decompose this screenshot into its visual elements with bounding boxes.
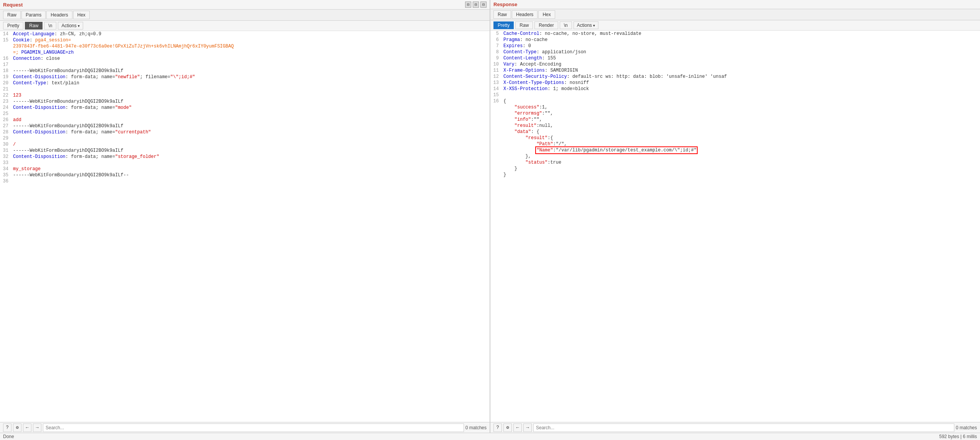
help-icon-right[interactable]: ? [493,424,502,432]
table-row: "errormsg":"", [490,110,980,117]
tab-raw-right[interactable]: Raw [493,10,511,19]
table-row: 15 Cookie: pga4_session= [0,37,490,43]
status-left: Done [3,434,14,439]
table-row: } [490,166,980,172]
btn-ln-right[interactable]: \n [560,21,572,29]
table-row: 13 X-Content-Type-Options: nosniff [490,80,980,86]
table-row: } [490,172,980,178]
tab-hex-left[interactable]: Hex [73,11,90,19]
tab-params[interactable]: Params [21,11,46,19]
win-btn-2[interactable]: ⊟ [473,2,479,8]
win-btn-3[interactable]: ⊟ [480,2,487,8]
btn-actions-left[interactable]: Actions ▾ [58,22,83,30]
request-pane: Request ⊟ ⊟ ⊟ Raw Params Headers Hex Pre… [0,0,490,433]
table-row: 11 X-Frame-Options: SAMEORIGIN [490,67,980,74]
status-right: 592 bytes | 6 millis [939,434,977,439]
table-row: 14 Accept-Language: zh-CN, zh;q=0.9 [0,31,490,37]
table-row: 7 Expires: 0 [490,43,980,49]
table-row: 24 Content-Disposition: form-data; name=… [0,105,490,111]
response-pane: Response Raw Headers Hex Pretty Raw Rend… [490,0,980,433]
table-row: "success":1, [490,104,980,110]
search-input-left[interactable] [43,424,464,432]
table-row: 8 Content-Type: application/json [490,49,980,55]
table-row: 23 ------WebKitFormBoundaryihDQGI2BO9k9a… [0,99,490,105]
request-tab-bar: Raw Params Headers Hex [0,10,490,21]
request-title-row: Request ⊟ ⊟ ⊟ [0,0,490,10]
search-input-right[interactable] [533,424,954,432]
btn-pretty-left[interactable]: Pretty [3,22,23,30]
request-toolbar: Pretty Raw \n Actions ▾ [0,21,490,31]
response-title-row: Response [490,0,980,9]
table-row: 19 Content-Disposition: form-data; name=… [0,74,490,80]
request-title: Request [3,2,23,8]
table-row: 6 Pragma: no-cache [490,37,980,43]
btn-actions-right[interactable]: Actions ▾ [574,21,598,29]
response-title: Response [493,2,517,7]
table-row: 22 123 [0,92,490,99]
table-row: 14 X-XSS-Protection: 1; mode=block [490,86,980,92]
table-row: 28 Content-Disposition: form-data; name=… [0,129,490,135]
table-row: 34 my_storage [0,166,490,172]
table-row: 26 add [0,117,490,123]
matches-right: 0 matches [956,425,977,430]
table-row: 33 [0,160,490,166]
response-tab-bar: Raw Headers Hex [490,9,980,20]
table-row: 21 [0,86,490,92]
response-search-bar: ? ⚙ ← → 0 matches [490,422,980,433]
gear-icon-right[interactable]: ⚙ [503,424,512,432]
table-row: =; PGADMIN_LANGUAGE=zh [0,49,490,56]
table-row: 27 ------WebKitFormBoundaryihDQGI2BO9k9a… [0,123,490,129]
request-search-bar: ? ⚙ ← → 0 matches [0,422,490,433]
win-btn-1[interactable]: ⊟ [465,2,471,8]
btn-raw-left[interactable]: Raw [25,22,43,30]
help-icon[interactable]: ? [3,424,11,432]
gear-icon[interactable]: ⚙ [13,424,21,432]
table-row: 5 Cache-Control: no-cache, no-store, mus… [490,31,980,37]
chevron-down-icon: ▾ [78,24,80,28]
table-row: 15 [490,92,980,98]
table-row: 32 Content-Disposition: form-data; name=… [0,154,490,160]
forward-icon-right[interactable]: → [523,424,532,432]
table-row: "Name":"/var/lib/pgadmin/storage/test_ex… [490,147,980,153]
tab-raw-left[interactable]: Raw [3,11,21,19]
response-toolbar: Pretty Raw Render \n Actions ▾ [490,20,980,31]
tab-headers-right[interactable]: Headers [512,10,538,19]
btn-pretty-right[interactable]: Pretty [493,21,514,29]
table-row: 10 Vary: Accept-Encoding [490,61,980,67]
table-row: "Path":"/", [490,141,980,147]
table-row: 16 { [490,98,980,104]
table-row: 20 Content-Type: text/plain [0,80,490,86]
tab-headers-left[interactable]: Headers [46,11,72,19]
table-row: 25 [0,111,490,117]
table-row: "status":true [490,159,980,166]
table-row: "result":null, [490,123,980,129]
table-row: 30 / [0,141,490,148]
table-row: "data": { [490,129,980,135]
table-row: 16 Connection: close [0,56,490,62]
table-row: 18 ------WebKitFormBoundaryihDQGI2BO9k9a… [0,68,490,74]
matches-left: 0 matches [465,425,487,430]
table-row: 9 Content-Length: 155 [490,55,980,61]
table-row: 12 Content-Security-Policy: default-src … [490,74,980,80]
btn-raw-right[interactable]: Raw [515,21,533,29]
back-icon-right[interactable]: ← [513,424,522,432]
back-icon[interactable]: ← [23,424,31,432]
response-content: 5 Cache-Control: no-cache, no-store, mus… [490,31,980,422]
status-bar: Done 592 bytes | 6 millis [0,433,980,440]
request-content: 14 Accept-Language: zh-CN, zh;q=0.9 15 C… [0,31,490,422]
table-row: 36 [0,178,490,184]
forward-icon[interactable]: → [33,424,41,432]
tab-hex-right[interactable]: Hex [538,10,555,19]
table-row: 17 [0,62,490,68]
table-row: "result":{ [490,135,980,141]
table-row: 35 ------WebKitFormBoundaryihDQGI2BO9k9a… [0,172,490,178]
btn-ln-left[interactable]: \n [44,22,56,30]
table-row: 2397843f-fbe6-4481-947e-e30f73c6a0ee!GPx… [0,43,490,49]
btn-render-right[interactable]: Render [534,21,558,29]
table-row: }, [490,153,980,159]
chevron-down-icon-right: ▾ [593,23,595,28]
table-row: 29 [0,135,490,141]
table-row: 31 ------WebKitFormBoundaryihDQGI2BO9k9a… [0,148,490,154]
table-row: "info":"", [490,117,980,123]
